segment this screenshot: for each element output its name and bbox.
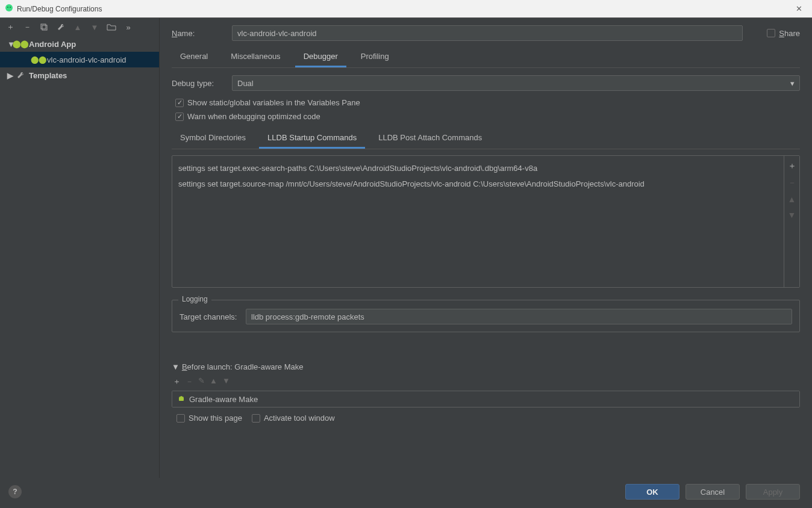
list-controls: ＋ － ▲ ▼ <box>784 156 799 287</box>
add-icon[interactable]: ＋ <box>788 161 796 172</box>
wrench-icon[interactable] <box>55 22 66 33</box>
svg-point-1 <box>7 7 8 8</box>
window-title: Run/Debug Configurations <box>17 5 790 13</box>
svg-point-0 <box>5 4 13 11</box>
logging-fieldset: Logging Target channels: <box>172 300 800 332</box>
android-icon: ⬤⬤ <box>34 55 43 64</box>
name-label: Name: <box>172 29 232 38</box>
sidebar-toolbar: ＋ － ▲ ▼ » <box>0 18 159 36</box>
chevron-right-icon: ▶ <box>7 71 13 80</box>
show-this-page-checkbox[interactable] <box>176 414 185 423</box>
show-static-label: Show static/global variables in the Vari… <box>187 98 360 107</box>
dialog-footer: ? OK Cancel Apply <box>0 478 812 508</box>
subtab-lldb-startup[interactable]: LLDB Startup Commands <box>259 129 365 149</box>
tab-miscellaneous[interactable]: Miscellaneous <box>222 48 289 67</box>
warn-optimized-checkbox[interactable] <box>175 113 184 121</box>
list-item[interactable]: settings set target.exec-search-paths C:… <box>178 161 778 176</box>
target-channels-input[interactable] <box>246 309 792 324</box>
edit-icon: ✎ <box>198 376 205 387</box>
ok-button[interactable]: OK <box>625 484 679 500</box>
list-item[interactable]: settings set target.source-map /mnt/c/Us… <box>178 176 778 192</box>
help-button[interactable]: ? <box>8 485 22 498</box>
remove-icon: － <box>788 178 796 188</box>
apply-button: Apply <box>746 484 800 500</box>
before-launch-title: Before launch: Gradle-aware Make <box>182 362 304 371</box>
folder-icon[interactable] <box>106 22 117 33</box>
move-up-icon: ▲ <box>788 194 796 204</box>
move-up-icon: ▲ <box>72 22 83 33</box>
chevron-down-icon: ▾ <box>790 79 795 88</box>
name-input[interactable] <box>232 25 743 41</box>
copy-icon[interactable] <box>39 22 49 33</box>
svg-point-6 <box>180 396 180 397</box>
expand-icon[interactable]: » <box>123 22 134 33</box>
tab-profiling[interactable]: Profiling <box>352 48 398 67</box>
svg-rect-4 <box>42 25 47 30</box>
configurations-tree: ▼ ⬤⬤ Android App ⬤⬤ vlc-android-vlc-andr… <box>0 36 159 478</box>
debugger-subtabs: Symbol Directories LLDB Startup Commands… <box>172 129 800 149</box>
add-icon[interactable]: ＋ <box>173 376 181 387</box>
add-icon[interactable]: ＋ <box>5 22 16 33</box>
tab-debugger[interactable]: Debugger <box>295 48 346 67</box>
close-icon[interactable]: ✕ <box>790 3 807 15</box>
android-robot-icon <box>177 394 186 404</box>
before-launch-section: ▼ Before launch: Gradle-aware Make ＋ － ✎… <box>172 362 800 423</box>
subtab-symbol-directories[interactable]: Symbol Directories <box>172 129 254 149</box>
chevron-down-icon: ▼ <box>172 362 180 371</box>
share-checkbox[interactable] <box>767 29 775 37</box>
activate-tool-window-label: Activate tool window <box>264 414 335 423</box>
wrench-icon <box>16 70 25 80</box>
share-label: Share <box>779 29 800 38</box>
startup-commands-content[interactable]: settings set target.exec-search-paths C:… <box>172 156 784 287</box>
list-item[interactable]: Gradle-aware Make <box>172 391 799 407</box>
warn-optimized-label: Warn when debugging optimized code <box>187 112 320 121</box>
tree-group-label: Android App <box>29 40 76 49</box>
svg-point-7 <box>182 396 183 397</box>
remove-icon: － <box>186 376 193 387</box>
before-launch-toolbar: ＋ － ✎ ▲ ▼ <box>172 376 800 387</box>
svg-point-2 <box>10 7 11 8</box>
move-up-icon: ▲ <box>210 376 217 387</box>
debug-type-label: Debug type: <box>172 79 232 88</box>
cancel-button[interactable]: Cancel <box>686 484 740 500</box>
run-debug-configurations-dialog: Run/Debug Configurations ✕ ＋ － ▲ ▼ » <box>0 0 812 508</box>
tree-item-label: vlc-android-vlc-android <box>47 55 126 64</box>
logging-legend: Logging <box>178 295 211 303</box>
activate-tool-window-checkbox[interactable] <box>252 414 260 423</box>
configurations-sidebar: ＋ － ▲ ▼ » ▼ ⬤⬤ Android App <box>0 18 160 478</box>
svg-rect-3 <box>41 24 46 29</box>
titlebar: Run/Debug Configurations ✕ <box>0 0 812 18</box>
config-tabs: General Miscellaneous Debugger Profiling <box>172 48 800 68</box>
debug-type-value: Dual <box>237 79 254 88</box>
tree-group-android-app[interactable]: ▼ ⬤⬤ Android App <box>0 36 159 52</box>
move-down-icon: ▼ <box>788 210 796 220</box>
tab-general[interactable]: General <box>172 48 216 67</box>
target-channels-label: Target channels: <box>180 312 246 321</box>
move-down-icon: ▼ <box>222 376 230 387</box>
before-launch-header[interactable]: ▼ Before launch: Gradle-aware Make <box>172 362 800 371</box>
show-this-page-label: Show this page <box>189 414 242 423</box>
tree-item-vlc-android[interactable]: ⬤⬤ vlc-android-vlc-android <box>0 52 159 67</box>
remove-icon[interactable]: － <box>22 22 33 33</box>
move-down-icon: ▼ <box>89 22 100 33</box>
app-icon <box>5 4 13 14</box>
configuration-main-panel: Name: Share General Miscellaneous Debugg… <box>160 18 812 478</box>
svg-rect-5 <box>179 397 184 401</box>
startup-commands-list: settings set target.exec-search-paths C:… <box>172 155 800 288</box>
subtab-lldb-postattach[interactable]: LLDB Post Attach Commands <box>370 129 490 149</box>
tree-group-label: Templates <box>29 71 67 80</box>
before-launch-list: Gradle-aware Make <box>172 391 800 407</box>
show-static-checkbox[interactable] <box>175 99 184 107</box>
tree-group-templates[interactable]: ▶ Templates <box>0 67 159 83</box>
android-icon: ⬤⬤ <box>16 39 25 49</box>
debug-type-select[interactable]: Dual ▾ <box>232 75 800 91</box>
before-launch-item-label: Gradle-aware Make <box>189 395 258 404</box>
